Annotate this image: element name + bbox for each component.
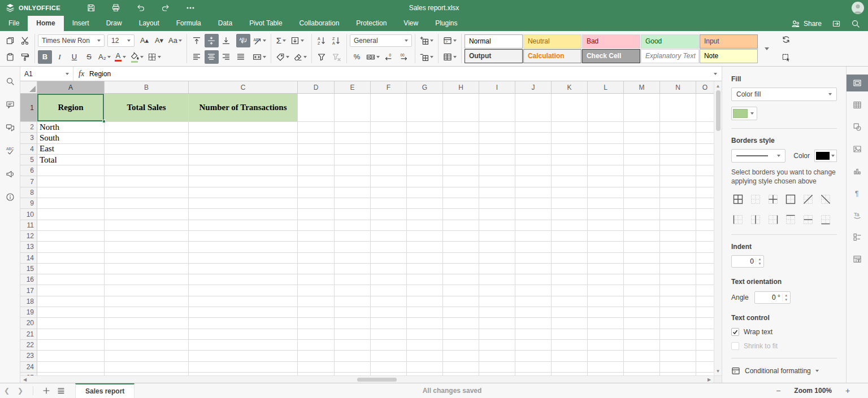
cell-f9[interactable] bbox=[371, 198, 407, 209]
cell-style-check-cell[interactable]: Check Cell bbox=[582, 49, 640, 63]
cell-m19[interactable] bbox=[624, 307, 660, 318]
cell-h7[interactable] bbox=[443, 176, 479, 187]
cell-o24[interactable] bbox=[696, 362, 714, 373]
cell-j22[interactable] bbox=[515, 340, 552, 351]
cell-f1[interactable] bbox=[371, 94, 407, 122]
cell-b9[interactable] bbox=[105, 198, 189, 209]
cell-j24[interactable] bbox=[515, 362, 552, 373]
cell-f21[interactable] bbox=[371, 329, 407, 340]
cell-i16[interactable] bbox=[479, 274, 515, 285]
cell-n3[interactable] bbox=[660, 133, 696, 143]
horizontal-scrollbar[interactable]: ◀ ▶ bbox=[20, 375, 714, 383]
cell-g2[interactable] bbox=[407, 122, 443, 133]
cell-l6[interactable] bbox=[588, 165, 624, 176]
tab-plugins[interactable]: Plugins bbox=[427, 16, 466, 31]
row-header-10[interactable]: 10 bbox=[20, 209, 37, 220]
cell-h16[interactable] bbox=[443, 274, 479, 285]
cell-a23[interactable] bbox=[37, 351, 105, 361]
cell-n14[interactable] bbox=[660, 253, 696, 264]
cell-j14[interactable] bbox=[515, 253, 552, 264]
cell-style-output[interactable]: Output bbox=[465, 49, 523, 63]
cell-g9[interactable] bbox=[407, 198, 443, 209]
cell-d15[interactable] bbox=[298, 264, 335, 274]
cell-style-explanatory-text[interactable]: Explanatory Text bbox=[641, 49, 699, 63]
cell-a16[interactable] bbox=[37, 274, 105, 285]
cell-k20[interactable] bbox=[552, 318, 588, 329]
cell-a11[interactable] bbox=[37, 220, 105, 231]
cell-style-neutral[interactable]: Neutral bbox=[523, 34, 581, 49]
cell-n22[interactable] bbox=[660, 340, 696, 351]
cell-i23[interactable] bbox=[479, 351, 515, 361]
cell-j21[interactable] bbox=[515, 329, 552, 340]
cell-e7[interactable] bbox=[335, 176, 371, 187]
cell-o1[interactable] bbox=[696, 94, 714, 122]
cell-h15[interactable] bbox=[443, 264, 479, 274]
cell-b23[interactable] bbox=[105, 351, 189, 361]
cell-f13[interactable] bbox=[371, 242, 407, 252]
cell-a12[interactable] bbox=[37, 231, 105, 242]
cell-l22[interactable] bbox=[588, 340, 624, 351]
cell-c24[interactable] bbox=[189, 362, 298, 373]
share-button[interactable]: Share bbox=[791, 19, 822, 28]
format-painter-button[interactable] bbox=[18, 50, 32, 64]
cell-g3[interactable] bbox=[407, 133, 443, 143]
cell-i15[interactable] bbox=[479, 264, 515, 274]
cell-o11[interactable] bbox=[696, 220, 714, 231]
cell-b12[interactable] bbox=[105, 231, 189, 242]
row-header-4[interactable]: 4 bbox=[20, 144, 37, 155]
cell-c19[interactable] bbox=[189, 307, 298, 318]
cell-d3[interactable] bbox=[298, 133, 335, 143]
align-center-button[interactable] bbox=[205, 50, 219, 64]
column-header-b[interactable]: B bbox=[105, 81, 189, 94]
cell-style-bad[interactable]: Bad bbox=[582, 34, 640, 49]
cell-o13[interactable] bbox=[696, 242, 714, 252]
clear-filter-button[interactable] bbox=[329, 50, 344, 64]
align-bottom-button[interactable] bbox=[219, 34, 233, 47]
row-header-13[interactable]: 13 bbox=[20, 242, 37, 252]
cell-f8[interactable] bbox=[371, 187, 407, 198]
cell-m22[interactable] bbox=[624, 340, 660, 351]
cell-k22[interactable] bbox=[552, 340, 588, 351]
cell-m17[interactable] bbox=[624, 285, 660, 296]
cell-g18[interactable] bbox=[407, 296, 443, 307]
align-right-button[interactable] bbox=[219, 50, 233, 64]
border-bottom-button[interactable] bbox=[819, 213, 832, 226]
cell-h9[interactable] bbox=[443, 198, 479, 209]
cell-k12[interactable] bbox=[552, 231, 588, 242]
cell-j3[interactable] bbox=[515, 133, 552, 143]
cell-k13[interactable] bbox=[552, 242, 588, 252]
formula-input[interactable]: Region bbox=[89, 70, 709, 78]
cell-b15[interactable] bbox=[105, 264, 189, 274]
cell-f19[interactable] bbox=[371, 307, 407, 318]
cell-k14[interactable] bbox=[552, 253, 588, 264]
undo-button[interactable] bbox=[136, 3, 146, 13]
cell-o9[interactable] bbox=[696, 198, 714, 209]
cell-l17[interactable] bbox=[588, 285, 624, 296]
vertical-scroll-thumb[interactable] bbox=[716, 90, 721, 131]
cell-n24[interactable] bbox=[660, 362, 696, 373]
cell-h2[interactable] bbox=[443, 122, 479, 133]
cell-l1[interactable] bbox=[588, 94, 624, 122]
cell-o17[interactable] bbox=[696, 285, 714, 296]
cell-c14[interactable] bbox=[189, 253, 298, 264]
cell-j19[interactable] bbox=[515, 307, 552, 318]
cell-m24[interactable] bbox=[624, 362, 660, 373]
tab-layout[interactable]: Layout bbox=[131, 16, 168, 31]
cell-l11[interactable] bbox=[588, 220, 624, 231]
column-header-j[interactable]: J bbox=[515, 81, 552, 94]
cell-m1[interactable] bbox=[624, 94, 660, 122]
cell-m2[interactable] bbox=[624, 122, 660, 133]
cell-o23[interactable] bbox=[696, 351, 714, 361]
redo-button[interactable] bbox=[160, 3, 171, 13]
cell-o6[interactable] bbox=[696, 165, 714, 176]
cell-o18[interactable] bbox=[696, 296, 714, 307]
cell-n13[interactable] bbox=[660, 242, 696, 252]
scroll-right-icon[interactable]: ▶ bbox=[705, 376, 714, 383]
cell-j18[interactable] bbox=[515, 296, 552, 307]
named-ranges-button[interactable] bbox=[274, 50, 291, 64]
cell-e10[interactable] bbox=[335, 209, 371, 220]
cell-h17[interactable] bbox=[443, 285, 479, 296]
cell-l10[interactable] bbox=[588, 209, 624, 220]
cell-m5[interactable] bbox=[624, 155, 660, 165]
cell-b19[interactable] bbox=[105, 307, 189, 318]
